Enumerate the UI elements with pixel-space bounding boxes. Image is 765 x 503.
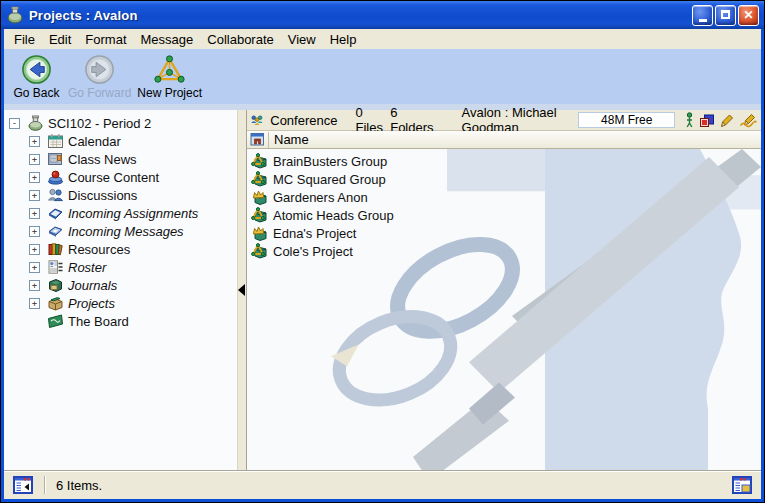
discussions-icon bbox=[47, 187, 64, 203]
tree-item-roster[interactable]: + Roster bbox=[4, 258, 237, 276]
pencil-icon[interactable] bbox=[720, 113, 734, 128]
sort-items-icon bbox=[250, 132, 265, 147]
messages-icon bbox=[47, 223, 64, 239]
signature-icon[interactable] bbox=[739, 113, 757, 128]
tree-item-journals[interactable]: + Journals bbox=[4, 276, 237, 294]
toolbar: Go Back Go Forward Ne bbox=[4, 49, 761, 104]
expand-box[interactable]: + bbox=[29, 262, 40, 273]
name-column-header[interactable]: Name bbox=[247, 131, 761, 149]
menu-bar: File Edit Format Message Collaborate Vie… bbox=[4, 29, 761, 49]
new-project-icon bbox=[154, 54, 185, 85]
title-bar: Projects : Avalon ✕ bbox=[1, 1, 764, 29]
news-icon bbox=[47, 151, 64, 167]
expand-box[interactable]: + bbox=[29, 136, 40, 147]
board-icon bbox=[47, 313, 64, 329]
list-item-project[interactable]: Cole's Project bbox=[247, 242, 761, 260]
list-item-project[interactable]: BrainBusters Group bbox=[247, 152, 761, 170]
menu-message[interactable]: Message bbox=[134, 31, 201, 48]
conference-info-bar: Conference 0 Files 6 Folders Avalon : Mi… bbox=[247, 110, 761, 131]
group-project-icon bbox=[251, 207, 268, 223]
list-item-project[interactable]: Atomic Heads Group bbox=[247, 206, 761, 224]
toggle-tree-panel-button[interactable] bbox=[11, 474, 35, 496]
tree-item-the-board[interactable]: The Board bbox=[4, 312, 237, 330]
app-flask-icon bbox=[6, 6, 24, 24]
tree-item-projects[interactable]: + Projects bbox=[4, 294, 237, 312]
menu-view[interactable]: View bbox=[281, 31, 323, 48]
go-back-icon bbox=[21, 54, 52, 85]
app-window: Projects : Avalon ✕ File Edit Format Mes… bbox=[0, 0, 765, 503]
tree-item-incoming-assignments[interactable]: + Incoming Assignments bbox=[4, 204, 237, 222]
course-tree: - SCI102 - Period 2 + bbox=[4, 110, 237, 470]
name-header-label: Name bbox=[274, 132, 309, 147]
menu-edit[interactable]: Edit bbox=[42, 31, 78, 48]
items-count-text: 6 Items. bbox=[56, 478, 102, 493]
course-content-icon bbox=[47, 169, 64, 185]
menu-format[interactable]: Format bbox=[78, 31, 133, 48]
project-list: BrainBusters Group MC Squar bbox=[247, 149, 761, 260]
group-project-icon bbox=[251, 243, 268, 259]
go-forward-icon bbox=[84, 54, 115, 85]
tree-item-resources[interactable]: + Resources bbox=[4, 240, 237, 258]
group-project-icon bbox=[251, 171, 268, 187]
tree-item-discussions[interactable]: + Discussions bbox=[4, 186, 237, 204]
toggle-view-layout-button[interactable] bbox=[730, 474, 754, 496]
roster-icon bbox=[47, 259, 64, 275]
list-item-project[interactable]: MC Squared Group bbox=[247, 170, 761, 188]
resources-icon bbox=[47, 241, 64, 257]
conference-panel: Conference 0 Files 6 Folders Avalon : Mi… bbox=[247, 110, 761, 470]
window-title: Projects : Avalon bbox=[29, 8, 687, 23]
person-icon[interactable] bbox=[685, 112, 694, 128]
tree-item-incoming-messages[interactable]: + Incoming Messages bbox=[4, 222, 237, 240]
maximize-button[interactable] bbox=[715, 5, 736, 26]
tree-item-calendar[interactable]: + Calendar bbox=[4, 132, 237, 150]
calendar-icon bbox=[47, 133, 64, 149]
expand-box[interactable]: + bbox=[29, 208, 40, 219]
expand-box[interactable]: + bbox=[29, 172, 40, 183]
close-button[interactable]: ✕ bbox=[738, 5, 759, 26]
go-back-button[interactable]: Go Back bbox=[8, 52, 65, 101]
menu-help[interactable]: Help bbox=[323, 31, 364, 48]
projects-icon bbox=[47, 295, 64, 311]
expand-box[interactable]: + bbox=[29, 226, 40, 237]
go-forward-button[interactable]: Go Forward bbox=[65, 52, 134, 101]
free-space-indicator: 48M Free bbox=[578, 112, 675, 128]
conference-icon bbox=[250, 112, 264, 128]
layers-icon[interactable] bbox=[699, 113, 715, 128]
crown-project-icon bbox=[251, 189, 268, 205]
collapse-tree-arrow-icon[interactable] bbox=[238, 284, 245, 296]
panel-layout-left-icon bbox=[13, 476, 33, 494]
flask-icon bbox=[27, 115, 44, 131]
conference-label: Conference bbox=[270, 113, 337, 128]
expand-box[interactable]: + bbox=[29, 190, 40, 201]
expand-box[interactable]: + bbox=[29, 244, 40, 255]
menu-collaborate[interactable]: Collaborate bbox=[200, 31, 281, 48]
list-item-project[interactable]: Gardeners Anon bbox=[247, 188, 761, 206]
group-project-icon bbox=[251, 153, 268, 169]
collapse-box[interactable]: - bbox=[9, 118, 20, 129]
expand-box[interactable]: + bbox=[29, 154, 40, 165]
assignments-icon bbox=[47, 205, 64, 221]
panel-splitter[interactable] bbox=[237, 110, 247, 470]
crown-project-icon bbox=[251, 225, 268, 241]
tree-item-course-content[interactable]: + Course Content bbox=[4, 168, 237, 186]
new-project-button[interactable]: New Project bbox=[134, 52, 205, 101]
tree-item-class-news[interactable]: + Class News bbox=[4, 150, 237, 168]
expand-box[interactable]: + bbox=[29, 298, 40, 309]
menu-file[interactable]: File bbox=[7, 31, 42, 48]
list-item-project[interactable]: Edna's Project bbox=[247, 224, 761, 242]
status-bar: 6 Items. bbox=[4, 470, 761, 499]
tree-root-course[interactable]: - SCI102 - Period 2 bbox=[4, 114, 237, 132]
panel-layout-right-icon bbox=[732, 476, 752, 494]
minimize-button[interactable] bbox=[692, 5, 713, 26]
expand-box[interactable]: + bbox=[29, 280, 40, 291]
journals-icon bbox=[47, 277, 64, 293]
